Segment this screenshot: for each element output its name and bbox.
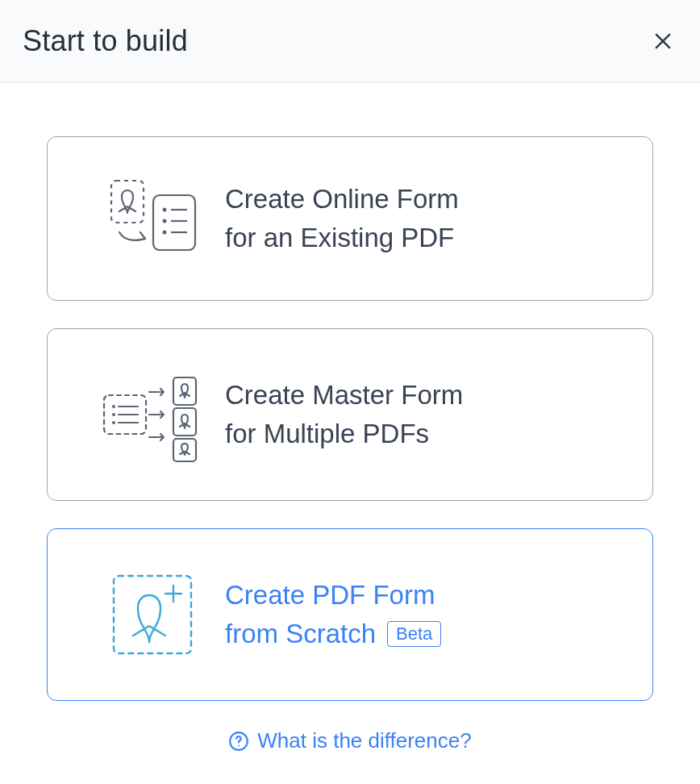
svg-point-15 [112, 421, 115, 424]
svg-rect-3 [153, 195, 195, 250]
option-label: Create PDF Form from Scratch Beta [225, 576, 620, 653]
option-create-master-form[interactable]: Create Master Form for Multiple PDFs [47, 328, 653, 501]
svg-point-24 [238, 744, 240, 746]
svg-point-13 [112, 413, 115, 416]
svg-rect-17 [173, 377, 196, 405]
form-to-multiple-pdf-icon [80, 366, 225, 463]
option-line2: for an Existing PDF [225, 219, 620, 257]
option-line2: from Scratch [225, 615, 376, 653]
dialog-title: Start to build [23, 24, 188, 58]
svg-point-8 [163, 231, 167, 235]
svg-rect-19 [173, 439, 196, 461]
svg-point-11 [112, 405, 115, 408]
beta-badge: Beta [387, 621, 441, 647]
option-line1: Create Online Form [225, 180, 620, 219]
svg-point-4 [163, 208, 167, 212]
svg-rect-2 [111, 181, 144, 223]
option-label: Create Master Form for Multiple PDFs [225, 376, 620, 453]
svg-rect-20 [114, 576, 191, 653]
help-link[interactable]: What is the difference? [47, 728, 653, 753]
option-line1: Create PDF Form [225, 576, 620, 615]
option-label: Create Online Form for an Existing PDF [225, 180, 620, 257]
option-line2: for Multiple PDFs [225, 415, 620, 453]
help-label: What is the difference? [257, 728, 471, 753]
new-pdf-icon [80, 566, 225, 663]
svg-rect-18 [173, 408, 196, 436]
close-icon [652, 30, 674, 52]
help-icon [228, 731, 249, 752]
option-create-pdf-from-scratch[interactable]: Create PDF Form from Scratch Beta [47, 528, 653, 701]
svg-point-6 [163, 219, 167, 223]
dialog-content: Create Online Form for an Existing PDF [0, 83, 700, 753]
close-button[interactable] [648, 27, 677, 56]
dialog-header: Start to build [0, 0, 700, 83]
option-create-online-form[interactable]: Create Online Form for an Existing PDF [47, 136, 653, 301]
pdf-to-form-icon [80, 174, 225, 263]
option-line1: Create Master Form [225, 376, 620, 415]
